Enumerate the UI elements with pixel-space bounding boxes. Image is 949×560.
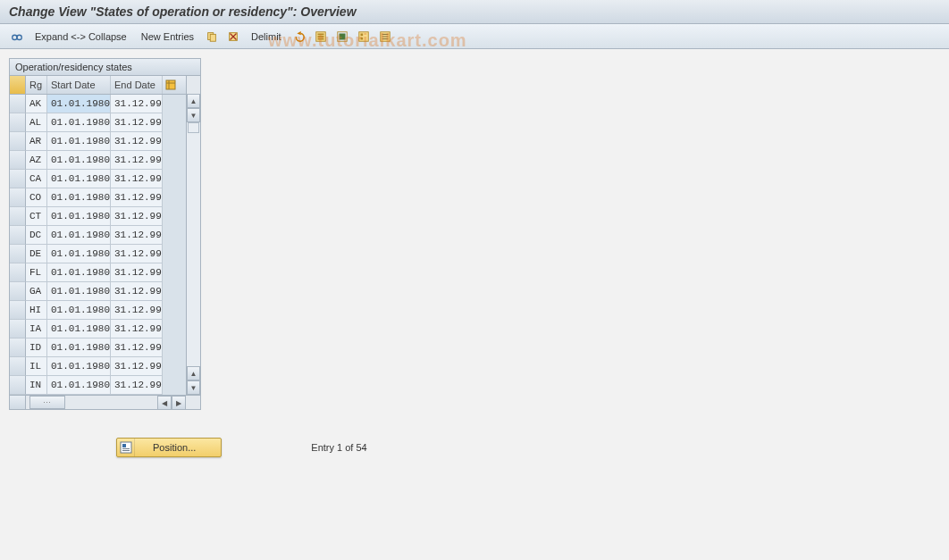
table-row[interactable]: IA01.01.198031.12.999 bbox=[10, 320, 186, 339]
cell-start-date[interactable]: 01.01.1980 bbox=[47, 207, 111, 226]
row-selector[interactable] bbox=[10, 113, 26, 132]
row-selector[interactable] bbox=[10, 263, 26, 282]
details-button[interactable] bbox=[7, 28, 27, 46]
cell-start-date[interactable]: 01.01.1980 bbox=[47, 245, 111, 263]
cell-rg[interactable]: CT bbox=[26, 207, 47, 226]
cell-end-date[interactable]: 31.12.999 bbox=[111, 207, 163, 226]
undo-button[interactable] bbox=[290, 28, 309, 46]
table-row[interactable]: CA01.01.198031.12.999 bbox=[10, 170, 186, 188]
column-header-rg[interactable]: Rg bbox=[26, 76, 47, 94]
cell-start-date[interactable]: 01.01.1980 bbox=[47, 376, 111, 395]
cell-start-date[interactable]: 01.01.1980 bbox=[47, 151, 111, 170]
cell-end-date[interactable]: 31.12.999 bbox=[111, 188, 163, 207]
row-selector[interactable] bbox=[10, 357, 26, 376]
scroll-up-button[interactable]: ▲ bbox=[187, 94, 200, 108]
delete-button[interactable] bbox=[223, 28, 243, 46]
cell-rg[interactable]: AK bbox=[26, 95, 47, 113]
scroll-up-button-bottom[interactable]: ▲ bbox=[187, 366, 200, 380]
cell-rg[interactable]: IL bbox=[26, 357, 47, 376]
select-all-corner[interactable] bbox=[10, 76, 26, 94]
cell-start-date[interactable]: 01.01.1980 bbox=[47, 95, 111, 113]
cell-end-date[interactable]: 31.12.999 bbox=[111, 263, 163, 282]
table-row[interactable]: HI01.01.198031.12.999 bbox=[10, 301, 186, 320]
row-selector[interactable] bbox=[10, 151, 26, 170]
row-selector[interactable] bbox=[10, 245, 26, 263]
row-selector[interactable] bbox=[10, 282, 26, 301]
new-entries-button[interactable]: New Entries bbox=[135, 28, 200, 46]
cell-start-date[interactable]: 01.01.1980 bbox=[47, 301, 111, 320]
cell-end-date[interactable]: 31.12.999 bbox=[111, 245, 163, 263]
column-freeze-handle[interactable]: ⋯ bbox=[29, 396, 65, 409]
select-block-button[interactable] bbox=[332, 28, 352, 46]
row-selector[interactable] bbox=[10, 207, 26, 226]
cell-rg[interactable]: DE bbox=[26, 245, 47, 263]
column-header-start-date[interactable]: Start Date bbox=[47, 76, 111, 94]
cell-start-date[interactable]: 01.01.1980 bbox=[47, 188, 111, 207]
cell-start-date[interactable]: 01.01.1980 bbox=[47, 339, 111, 357]
cell-rg[interactable]: AZ bbox=[26, 151, 47, 170]
cell-end-date[interactable]: 31.12.999 bbox=[111, 113, 163, 132]
cell-rg[interactable]: IN bbox=[26, 376, 47, 395]
scroll-down-button[interactable]: ▼ bbox=[187, 108, 200, 122]
cell-end-date[interactable]: 31.12.999 bbox=[111, 376, 163, 395]
delimit-button[interactable]: Delimit bbox=[245, 28, 288, 46]
table-row[interactable]: AR01.01.198031.12.999 bbox=[10, 132, 186, 151]
cell-rg[interactable]: ID bbox=[26, 339, 47, 357]
cell-rg[interactable]: FL bbox=[26, 263, 47, 282]
deselect-all-button[interactable] bbox=[354, 28, 374, 46]
row-selector[interactable] bbox=[10, 188, 26, 207]
cell-end-date[interactable]: 31.12.999 bbox=[111, 170, 163, 188]
cell-start-date[interactable]: 01.01.1980 bbox=[47, 170, 111, 188]
table-row[interactable]: GA01.01.198031.12.999 bbox=[10, 282, 186, 301]
table-row[interactable]: AK01.01.198031.12.999 bbox=[10, 95, 186, 113]
cell-start-date[interactable]: 01.01.1980 bbox=[47, 226, 111, 245]
cell-start-date[interactable]: 01.01.1980 bbox=[47, 357, 111, 376]
row-selector[interactable] bbox=[10, 376, 26, 395]
row-selector[interactable] bbox=[10, 320, 26, 339]
cell-rg[interactable]: HI bbox=[26, 301, 47, 320]
cell-end-date[interactable]: 31.12.999 bbox=[111, 282, 163, 301]
table-row[interactable]: DE01.01.198031.12.999 bbox=[10, 245, 186, 263]
cell-end-date[interactable]: 31.12.999 bbox=[111, 320, 163, 339]
position-button[interactable]: Position... bbox=[116, 438, 222, 457]
cell-rg[interactable]: DC bbox=[26, 226, 47, 245]
cell-rg[interactable]: IA bbox=[26, 320, 47, 339]
cell-rg[interactable]: CO bbox=[26, 188, 47, 207]
table-row[interactable]: IN01.01.198031.12.999 bbox=[10, 376, 186, 395]
table-row[interactable]: DC01.01.198031.12.999 bbox=[10, 226, 186, 245]
table-row[interactable]: AL01.01.198031.12.999 bbox=[10, 113, 186, 132]
row-selector[interactable] bbox=[10, 339, 26, 357]
print-button[interactable] bbox=[375, 28, 395, 46]
row-selector[interactable] bbox=[10, 132, 26, 151]
row-selector[interactable] bbox=[10, 226, 26, 245]
cell-end-date[interactable]: 31.12.999 bbox=[111, 132, 163, 151]
cell-start-date[interactable]: 01.01.1980 bbox=[47, 132, 111, 151]
table-row[interactable]: IL01.01.198031.12.999 bbox=[10, 357, 186, 376]
cell-start-date[interactable]: 01.01.1980 bbox=[47, 263, 111, 282]
cell-end-date[interactable]: 31.12.999 bbox=[111, 151, 163, 170]
scroll-track[interactable] bbox=[187, 122, 200, 366]
cell-start-date[interactable]: 01.01.1980 bbox=[47, 320, 111, 339]
vertical-scrollbar[interactable]: ▲ ▼ ▲ ▼ bbox=[186, 76, 200, 395]
table-row[interactable]: FL01.01.198031.12.999 bbox=[10, 263, 186, 282]
cell-start-date[interactable]: 01.01.1980 bbox=[47, 113, 111, 132]
cell-end-date[interactable]: 31.12.999 bbox=[111, 301, 163, 320]
cell-end-date[interactable]: 31.12.999 bbox=[111, 226, 163, 245]
table-row[interactable]: CO01.01.198031.12.999 bbox=[10, 188, 186, 207]
scroll-thumb[interactable] bbox=[188, 122, 199, 133]
cell-rg[interactable]: AR bbox=[26, 132, 47, 151]
cell-rg[interactable]: GA bbox=[26, 282, 47, 301]
scroll-left-button[interactable]: ◀ bbox=[157, 396, 172, 410]
table-row[interactable]: CT01.01.198031.12.999 bbox=[10, 207, 186, 226]
configure-columns-button[interactable] bbox=[163, 76, 179, 94]
cell-rg[interactable]: CA bbox=[26, 170, 47, 188]
scroll-right-button[interactable]: ▶ bbox=[172, 396, 186, 410]
select-all-button[interactable] bbox=[311, 28, 331, 46]
row-selector[interactable] bbox=[10, 170, 26, 188]
cell-end-date[interactable]: 31.12.999 bbox=[111, 357, 163, 376]
horizontal-scrollbar[interactable]: ⋯ ◀ ▶ bbox=[10, 395, 200, 409]
table-row[interactable]: AZ01.01.198031.12.999 bbox=[10, 151, 186, 170]
row-selector[interactable] bbox=[10, 301, 26, 320]
scroll-down-button-bottom[interactable]: ▼ bbox=[187, 380, 200, 395]
copy-button[interactable] bbox=[202, 28, 222, 46]
